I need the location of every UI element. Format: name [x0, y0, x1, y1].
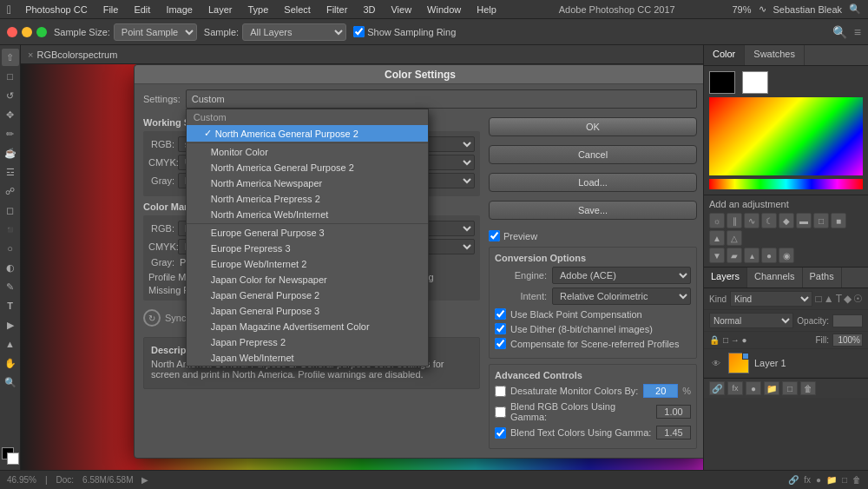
- bw-adj-icon[interactable]: ■: [831, 213, 846, 228]
- window-minimize-button[interactable]: [22, 27, 32, 37]
- dropdown-item-jp-mag[interactable]: Japan Magazine Advertisement Color: [187, 319, 428, 334]
- dropdown-item-monitor-color[interactable]: Monitor Color: [187, 144, 428, 160]
- exposure-adj-icon[interactable]: ☾: [761, 213, 777, 228]
- pen-tool[interactable]: ✎: [2, 278, 19, 295]
- channels-tab[interactable]: Channels: [747, 268, 802, 287]
- expand-icon[interactable]: ≡: [854, 25, 861, 39]
- dropdown-item-jp-newspaper[interactable]: Japan Color for Newspaper: [187, 272, 428, 287]
- sample-select[interactable]: All Layers: [242, 23, 346, 41]
- black-point-checkbox[interactable]: [495, 308, 506, 320]
- dropdown-item-jp-gp3[interactable]: Japan General Purpose 3: [187, 303, 428, 319]
- menu-photoshop[interactable]: Photoshop CC: [20, 3, 93, 17]
- background-swatch[interactable]: [742, 71, 768, 94]
- dropdown-item-na-newspaper[interactable]: North America Newspaper: [187, 175, 428, 191]
- sample-size-select[interactable]: Point Sample: [114, 23, 197, 41]
- lasso-tool[interactable]: ↺: [2, 87, 19, 104]
- clone-tool[interactable]: ☍: [2, 182, 19, 200]
- search-icon[interactable]: 🔍: [832, 25, 847, 39]
- select-tool[interactable]: □: [2, 68, 19, 85]
- eraser-tool[interactable]: ◻: [2, 202, 19, 219]
- opacity-input[interactable]: 100%: [832, 314, 863, 327]
- dropdown-selected-item[interactable]: ✓ North America General Purpose 2: [187, 125, 428, 142]
- color-gradient-picker[interactable]: [709, 97, 863, 175]
- engine-select[interactable]: Adobe (ACE): [552, 267, 691, 284]
- desaturate-input[interactable]: 20: [643, 384, 678, 398]
- blend-rgb-input[interactable]: [656, 405, 691, 419]
- pixel-filter-icon[interactable]: □: [816, 293, 822, 305]
- paths-tab[interactable]: Paths: [803, 268, 842, 287]
- sampling-ring-checkbox[interactable]: [353, 26, 365, 37]
- fill-input[interactable]: [832, 334, 863, 347]
- threshold-adj-icon[interactable]: ▴: [744, 248, 760, 263]
- menu-select[interactable]: Select: [279, 3, 316, 17]
- dropdown-item-eu-gp3[interactable]: Europe General Purpose 3: [187, 225, 428, 241]
- layers-tab[interactable]: Layers: [704, 268, 747, 287]
- eyedropper-tool[interactable]: ✏: [2, 125, 19, 142]
- delete-layer-button[interactable]: 🗑: [800, 381, 816, 395]
- shape-tool[interactable]: ▲: [2, 335, 19, 353]
- colbal-adj-icon[interactable]: □: [813, 213, 829, 228]
- curves-adj-icon[interactable]: ∿: [744, 213, 760, 228]
- intent-select[interactable]: Relative Colorimetric: [552, 287, 691, 305]
- menu-help[interactable]: Help: [471, 3, 502, 17]
- levels-adj-icon[interactable]: ∥: [727, 213, 742, 228]
- menu-type[interactable]: Type: [242, 3, 273, 17]
- channel-mix-adj-icon[interactable]: △: [727, 230, 742, 246]
- dropdown-item-jp-gp2[interactable]: Japan General Purpose 2: [187, 287, 428, 303]
- photo-filter-adj-icon[interactable]: ▲: [709, 230, 725, 246]
- window-maximize-button[interactable]: [36, 27, 47, 37]
- hue-bar[interactable]: [709, 179, 863, 189]
- menu-view[interactable]: View: [385, 3, 417, 17]
- color-tab[interactable]: Color: [704, 45, 745, 65]
- hsl-adj-icon[interactable]: ▬: [796, 213, 812, 228]
- blend-text-input[interactable]: [656, 426, 691, 439]
- menu-image[interactable]: Image: [161, 3, 198, 17]
- hand-tool[interactable]: ✋: [2, 354, 19, 372]
- vibrance-adj-icon[interactable]: ◆: [779, 213, 794, 228]
- background-color[interactable]: [7, 453, 19, 465]
- kind-select[interactable]: Kind: [730, 291, 812, 307]
- layer-item[interactable]: 👁 Layer 1: [704, 349, 868, 378]
- dodge-tool[interactable]: ◐: [2, 259, 19, 276]
- swatches-tab[interactable]: Swatches: [745, 45, 805, 65]
- compensate-checkbox[interactable]: [495, 338, 506, 349]
- load-button[interactable]: Load...: [489, 173, 697, 192]
- zoom-tool[interactable]: 🔍: [2, 373, 19, 391]
- menu-filter[interactable]: Filter: [321, 3, 352, 17]
- gradmap-adj-icon[interactable]: ●: [761, 248, 777, 263]
- visibility-icon[interactable]: 👁: [709, 356, 723, 370]
- menu-window[interactable]: Window: [422, 3, 466, 17]
- path-tool[interactable]: ▶: [2, 316, 19, 334]
- new-group-button[interactable]: 📁: [764, 381, 779, 395]
- dropdown-item-eu-web2[interactable]: Europe Web/Internet 2: [187, 256, 428, 272]
- menu-edit[interactable]: Edit: [128, 3, 155, 17]
- save-button[interactable]: Save...: [489, 201, 697, 220]
- fx-button[interactable]: fx: [727, 381, 743, 395]
- blend-text-checkbox[interactable]: [495, 427, 506, 439]
- blend-mode-select[interactable]: Normal: [709, 313, 793, 328]
- menu-layer[interactable]: Layer: [203, 3, 238, 17]
- healing-tool[interactable]: ☕: [2, 144, 19, 162]
- dropdown-item-jp-prepress2[interactable]: Japan Prepress 2: [187, 334, 428, 350]
- blend-rgb-checkbox[interactable]: [495, 406, 506, 418]
- cancel-button[interactable]: Cancel: [489, 145, 697, 164]
- move-tool[interactable]: ⇧: [2, 49, 19, 66]
- invert-adj-icon[interactable]: ▼: [709, 248, 725, 263]
- shape-filter-icon[interactable]: ◆: [844, 293, 852, 305]
- dropdown-item-eu-prepress3[interactable]: Europe Prepress 3: [187, 241, 428, 256]
- ok-button[interactable]: OK: [489, 117, 697, 136]
- dropdown-item-na-web[interactable]: North America Web/Internet: [187, 207, 428, 222]
- window-close-button[interactable]: [7, 27, 17, 37]
- brush-tool[interactable]: ☲: [2, 163, 19, 181]
- tab-close-button[interactable]: ×: [28, 50, 33, 60]
- preview-checkbox[interactable]: [489, 230, 500, 241]
- foreground-swatch[interactable]: [709, 71, 735, 94]
- dropdown-item-na-prepress2[interactable]: North America Prepress 2: [187, 191, 428, 207]
- dropdown-item-jp-web[interactable]: Japan Web/Internet: [187, 350, 428, 366]
- blur-tool[interactable]: ○: [2, 240, 19, 257]
- text-tool[interactable]: T: [2, 297, 19, 314]
- crop-tool[interactable]: ✥: [2, 106, 19, 123]
- dropdown-item-na-gp2[interactable]: North America General Purpose 2: [187, 160, 428, 175]
- posterize-adj-icon[interactable]: ▰: [727, 248, 742, 263]
- gradient-tool[interactable]: ◾: [2, 221, 19, 238]
